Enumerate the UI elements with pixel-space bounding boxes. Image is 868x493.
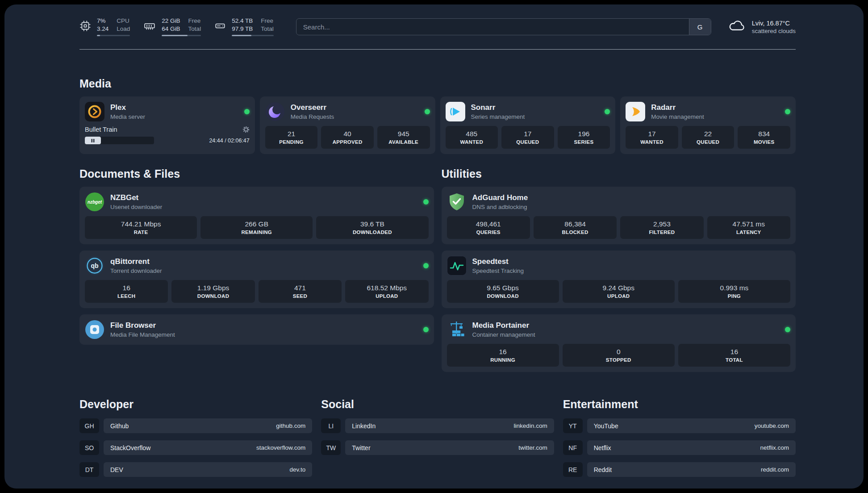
app-card-portainer[interactable]: Media Portainer Container management 16 …: [442, 314, 796, 372]
speedtest-icon: [447, 256, 467, 276]
stat-label: FILTERED: [649, 230, 675, 235]
section-title-documents: Documents & Files: [79, 167, 434, 180]
bookmark-abbr: LI: [321, 418, 341, 433]
status-dot: [244, 109, 250, 114]
stat-label: TOTAL: [726, 357, 743, 363]
disk-total: 97.9 TB: [232, 25, 253, 33]
stat-value: 266 GB: [245, 220, 268, 228]
app-subtitle: Usenet downloader: [110, 204, 162, 210]
app-subtitle: Container management: [472, 331, 535, 338]
section-utilities: Utilities AdGuard Home DNS and adblockin…: [442, 154, 796, 372]
media-card-row: Plex Media server Bullet Train: [79, 96, 796, 154]
bookmark-youtube[interactable]: YT YouTube youtube.com: [563, 418, 796, 433]
search-input[interactable]: [296, 18, 711, 35]
bookmark-github[interactable]: GH Github github.com: [79, 418, 312, 433]
app-subtitle: Media File Management: [110, 331, 175, 338]
app-meta: Plex Media server: [110, 103, 145, 120]
section-documents: Documents & Files nzbget NZBGet Usenet d…: [79, 154, 434, 372]
cpu-usage-bar: [97, 35, 130, 36]
svg-text:qb: qb: [91, 262, 98, 269]
app-card-qbittorrent[interactable]: qb qBittorrent Torrent downloader 16 LEE…: [79, 251, 434, 308]
status-dot: [423, 199, 429, 205]
stat-value: 1.19 Gbps: [197, 284, 230, 292]
stat-tile: 834 MOVIES: [738, 126, 790, 149]
stat-label: SERIES: [574, 139, 593, 145]
stat-label: QUEUED: [516, 139, 539, 145]
topbar: 7% CPU 3.24 Load 22 GiB Free 64 Gi: [79, 16, 796, 38]
bookmark-url: github.com: [276, 422, 305, 429]
stat-value: 16: [123, 284, 130, 292]
stat-value: 9.24 Gbps: [602, 284, 634, 292]
bookmark-name: Twitter: [352, 444, 370, 451]
bookmark-name: Netflix: [594, 444, 611, 451]
stat-value: 2,953: [653, 220, 671, 228]
stat-label: REMAINING: [241, 230, 272, 235]
stat-value: 834: [758, 130, 770, 138]
cpu-load: 3.24: [97, 25, 108, 33]
nzbget-icon: nzbget: [85, 192, 104, 212]
status-dot: [785, 109, 790, 114]
app-name: Media Portainer: [472, 321, 535, 330]
bookmark-netflix[interactable]: NF Netflix netflix.com: [563, 440, 796, 455]
stat-tile: 498,461 QUERIES: [447, 216, 530, 239]
search-provider-button[interactable]: G: [689, 19, 711, 35]
stat-value: 86,384: [564, 220, 585, 228]
stat-label: WANTED: [640, 139, 664, 145]
app-name: AdGuard Home: [472, 193, 528, 202]
stat-tile: 40 APPROVED: [321, 126, 374, 149]
bookmark-linkedin[interactable]: LI LinkedIn linkedin.com: [321, 418, 554, 433]
app-meta: qBittorrent Torrent downloader: [110, 257, 162, 274]
stat-tile: 16 LEECH: [85, 280, 168, 303]
bookmark-twitter[interactable]: TW Twitter twitter.com: [321, 440, 554, 455]
app-card-filebrowser[interactable]: File Browser Media File Management: [79, 314, 434, 345]
bookmark-url: reddit.com: [761, 466, 789, 473]
app-card-nzbget[interactable]: nzbget NZBGet Usenet downloader 744.21 M…: [79, 187, 434, 244]
stat-value: 618.52 Mbps: [367, 284, 407, 292]
bookmark-name: LinkedIn: [352, 422, 376, 430]
app-card-sonarr[interactable]: Sonarr Series management 485 WANTED 17 Q…: [440, 96, 616, 154]
playback-time: 24:44 / 02:06:47: [209, 138, 249, 144]
section-title-media: Media: [79, 77, 796, 90]
pause-button[interactable]: [85, 137, 101, 144]
app-card-overseerr[interactable]: Overseerr Media Requests 21 PENDING 40 A…: [260, 96, 435, 154]
stat-label: APPROVED: [333, 139, 363, 145]
qbittorrent-icon: qb: [85, 256, 104, 276]
app-name: Plex: [110, 103, 145, 112]
stat-tile: 17 WANTED: [626, 126, 678, 149]
stat-label: QUERIES: [476, 230, 501, 235]
app-subtitle: Movie management: [651, 113, 704, 120]
app-name: qBittorrent: [110, 257, 162, 266]
player-seek-bar[interactable]: [85, 137, 154, 144]
app-card-speedtest[interactable]: Speedtest Speedtest Tracking 9.65 Gbps D…: [442, 251, 796, 308]
memory-widget: 22 GiB Free 64 GiB Total: [143, 17, 201, 36]
app-name: Radarr: [651, 103, 704, 112]
cpu-label-bottom: Load: [117, 25, 130, 33]
bookmark-url: netflix.com: [760, 444, 789, 451]
overseerr-icon: [265, 102, 285, 121]
stat-label: MOVIES: [754, 139, 775, 145]
stat-tile: 17 QUEUED: [501, 126, 554, 149]
stat-tile: 485 WANTED: [446, 126, 498, 149]
status-dot: [423, 263, 429, 268]
memory-total: 64 GiB: [162, 25, 180, 33]
stat-tile: 9.65 Gbps DOWNLOAD: [447, 280, 559, 303]
memory-usage-bar: [162, 35, 201, 36]
bookmark-reddit[interactable]: RE Reddit reddit.com: [563, 462, 796, 477]
bookmark-url: youtube.com: [755, 422, 789, 429]
bookmark-stackoverflow[interactable]: SO StackOverflow stackoverflow.com: [79, 440, 312, 455]
app-card-adguard[interactable]: AdGuard Home DNS and adblocking 498,461 …: [442, 187, 796, 244]
bookmark-dev[interactable]: DT DEV dev.to: [79, 462, 312, 477]
app-card-radarr[interactable]: Radarr Movie management 17 WANTED 22 QUE…: [620, 96, 796, 154]
bookmark-url: linkedin.com: [514, 422, 547, 429]
app-subtitle: Media server: [110, 113, 145, 120]
player-settings-icon[interactable]: [242, 126, 250, 133]
stat-label: DOWNLOAD: [197, 293, 229, 299]
weather-condition: scattered clouds: [752, 28, 796, 34]
search-bar: G: [296, 18, 711, 35]
memory-label-top: Free: [188, 17, 201, 25]
now-playing-title: Bullet Train: [85, 126, 117, 133]
app-card-plex[interactable]: Plex Media server Bullet Train: [79, 96, 255, 154]
stat-value: 744.21 Mbps: [121, 220, 161, 228]
stat-value: 17: [648, 130, 655, 138]
stat-value: 17: [524, 130, 531, 138]
